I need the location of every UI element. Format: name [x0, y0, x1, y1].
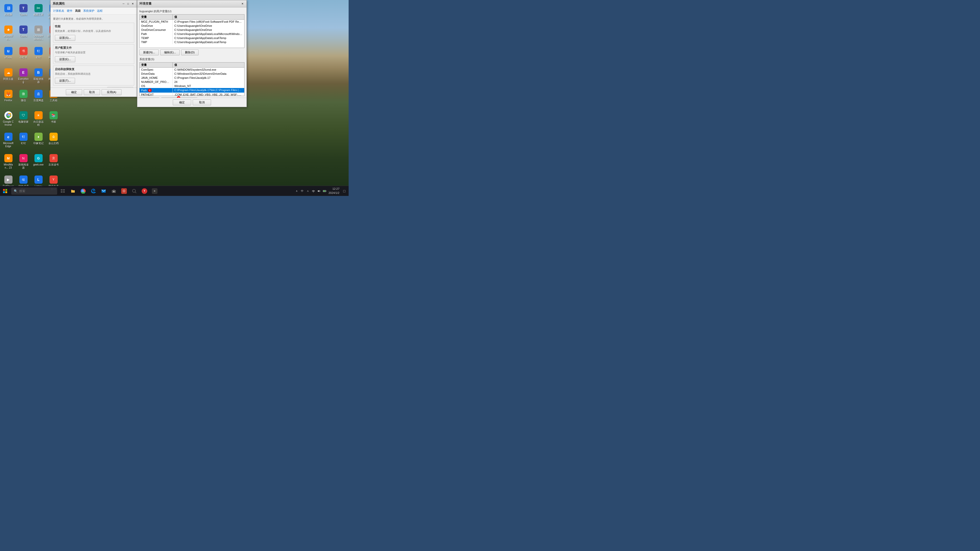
tray-volume-icon[interactable] — [317, 189, 321, 193]
user-var-row-path[interactable]: Path C:\Users\liuguanglei\AppData\Local\… — [140, 32, 244, 36]
envvar-footer: 确定 取消 — [137, 98, 247, 107]
sysprop-maximize-button[interactable]: □ — [126, 2, 130, 6]
desktop-icon-typora[interactable]: T Typora — [16, 3, 30, 23]
sysprop-window: 系统属性 ─ □ ✕ 计算机名 硬件 高级 系统保护 远程 要进行大多数更改，你… — [50, 0, 137, 97]
tray-chevron-icon[interactable]: ∧ — [294, 189, 299, 193]
sys-var-row-driverdata[interactable]: DriverData C:\Windows\System32\Drivers\D… — [140, 72, 244, 76]
desktop-icon-dingding2[interactable]: 钉 钉钉 — [16, 131, 30, 151]
taskbar-red-app-button[interactable]: O — [119, 186, 129, 196]
clock-time: 12:27 — [328, 187, 339, 191]
user-var-row-moz[interactable]: MOZ_PLUGIN_PATH C:\Program Files (x86)\F… — [140, 20, 244, 24]
taskbar-search2-button[interactable] — [130, 186, 139, 196]
desktop-icon-edge[interactable]: e Microsoft Edge — [1, 131, 15, 151]
taskbar-filemanager-button[interactable] — [68, 186, 78, 196]
desktop: 🖥 此电脑 T Typora ✂ 截图工具 VS Visual Studio C… — [0, 0, 348, 196]
sysprop-minimize-button[interactable]: ─ — [121, 2, 126, 6]
sysprop-nav-advanced[interactable]: 高级 — [75, 9, 81, 13]
sysprop-nav-computer[interactable]: 计算机名 — [53, 9, 64, 13]
user-vars-body[interactable]: MOZ_PLUGIN_PATH C:\Program Files (x86)\F… — [140, 20, 244, 48]
taskbar-edge-button[interactable] — [89, 186, 98, 196]
user-var-row-tmp[interactable]: TMP C:\Users\liuguanglei\AppData\Local\T… — [140, 40, 244, 44]
taskbar-youdao-button[interactable]: Y — [140, 186, 149, 196]
performance-desc: 视觉效果，处理器计划，内存使用，以及虚拟内存 — [55, 29, 132, 33]
sysprop-nav-protection[interactable]: 系统保护 — [83, 9, 94, 13]
desktop-icon-sunflower[interactable]: ☀ 向日葵远程 — [32, 110, 45, 130]
svg-rect-13 — [71, 191, 75, 192]
taskbar-clock[interactable]: 12:27 2024/1/2 — [328, 187, 339, 195]
desktop-icon-evernote[interactable]: ♦ 印象笔记 — [32, 131, 45, 151]
sysprop-title-bar[interactable]: 系统属性 ─ □ ✕ — [51, 0, 137, 7]
desktop-icon-utools[interactable]: u uTools — [1, 45, 15, 66]
sys-var-row-comspec[interactable]: ComSpec C:\WINDOWS\system32\cmd.exe — [140, 68, 244, 72]
desktop-icon-anewworld[interactable]: ★ aNewWo... — [1, 24, 15, 44]
sys-var-row-num-processors[interactable]: NUMBER_OF_PROCESSORS 24 — [140, 80, 244, 84]
sys-vars-body[interactable]: ComSpec C:\WINDOWS\system32\cmd.exe Driv… — [140, 68, 244, 96]
desktop-icon-xiaohongshu[interactable]: 书 小红书 — [16, 45, 30, 66]
user-var-row-onedrive[interactable]: OneDrive C:\Users\liuguanglei\OneDrive — [140, 24, 244, 28]
user-profiles-desc: 与登录帐户相关的桌面设置 — [55, 51, 132, 54]
svg-rect-12 — [63, 191, 65, 192]
taskbar-mail-button[interactable] — [99, 186, 108, 196]
desktop-icon-browser[interactable]: B 双核浏览器 — [32, 67, 45, 87]
desktop-icon-geek[interactable]: G geek.exe — [32, 152, 45, 173]
desktop-icon-firefox[interactable]: 🦊 Firefox — [1, 88, 15, 109]
sysprop-close-button[interactable]: ✕ — [130, 2, 135, 6]
desktop-icon-chrome[interactable]: Google Chrome — [1, 110, 15, 130]
envvar-close-button[interactable]: ✕ — [240, 2, 245, 6]
sysprop-cancel-button[interactable]: 取消 — [84, 89, 100, 95]
desktop-icon-aliyunpan[interactable]: ☁ 阿里云盘 — [1, 67, 15, 87]
desktop-icon-label: 阿里云盘 — [3, 78, 14, 81]
envvar-title-bar[interactable]: 环境变量 ✕ — [137, 0, 247, 7]
user-var-row-onedrive-consumer[interactable]: OneDriveConsumer C:\Users\liuguanglei\On… — [140, 28, 244, 32]
desktop-icon-dingding[interactable]: 钉 钉钉 — [32, 45, 45, 66]
taskbar-camera-button[interactable] — [109, 186, 118, 196]
taskbar-search[interactable]: 🔍 — [11, 187, 57, 195]
sysprop-nav-hardware[interactable]: 硬件 — [67, 9, 73, 13]
desktop-icon-label: 小红书 — [20, 56, 27, 59]
search-input[interactable] — [19, 189, 52, 193]
sys-var-row-pathext[interactable]: PATHEXT .COM;.EXE;.BAT;.CMD;.VBS;.VBE;.J… — [140, 93, 244, 96]
tray-notification-icon[interactable]: □ — [342, 189, 347, 193]
desktop-icon-pc-manager[interactable]: 🛡 电脑管家 — [16, 110, 30, 130]
taskbar-chrome-button[interactable] — [79, 186, 88, 196]
desktop-icon-typora2[interactable]: T Typora — [16, 24, 30, 44]
startup-settings-button[interactable]: 设置(T)... — [55, 78, 75, 84]
taskbar-taskview-button[interactable] — [58, 186, 67, 196]
sys-var-row-java-home[interactable]: JAVA_HOME C:\Program Files\Java\jdk-17 — [140, 76, 244, 80]
sysprop-nav-remote[interactable]: 远程 — [97, 9, 103, 13]
desktop-icon-mindman[interactable]: M MindMan... 23 — [1, 152, 15, 173]
sys-var-value-path: C:\Program Files\Java\jdk-17\bin;C:\Prog… — [173, 88, 244, 93]
desktop-icon-bookmarks[interactable]: 📚 书签 — [46, 110, 60, 130]
user-new-button[interactable]: 新建(N)... — [139, 49, 159, 56]
tray-input-icon[interactable]: 中 — [300, 189, 304, 193]
tray-wifi-icon[interactable] — [311, 189, 316, 193]
user-delete-button[interactable]: 删除(D) — [181, 49, 198, 56]
desktop-icon-wechat[interactable]: 微 微信 — [16, 88, 30, 109]
desktop-icon-label: Typora — [19, 35, 27, 38]
desktop-icon-everything[interactable]: E Everything — [16, 67, 30, 87]
tray-language-icon[interactable]: A — [305, 189, 310, 193]
desktop-icon-jd-books[interactable]: 京 京东读书 — [46, 152, 60, 173]
desktop-icon-news[interactable]: N 新闻阅读器 — [16, 152, 30, 173]
user-var-row-temp[interactable]: TEMP C:\Users\liuguanglei\AppData\Local\… — [140, 36, 244, 40]
start-button[interactable] — [0, 186, 10, 196]
desktop-icon-baidu-pan[interactable]: 盘 百度网盘 — [32, 88, 45, 109]
sys-var-row-path[interactable]: Path 1 C:\Program Files\Java\jdk-17\bin;… — [140, 88, 244, 93]
sys-vars-header: 变量 值 — [140, 62, 244, 68]
performance-settings-button[interactable]: 设置(S)... — [55, 35, 75, 41]
desktop-icon-jinshan-docs[interactable]: 金 金山文档 — [46, 131, 60, 151]
sysprop-title-text: 系统属性 — [52, 2, 65, 6]
desktop-icon-vmware[interactable]: ⊞ VMware Works... — [32, 24, 45, 44]
desktop-icon-label: 钉钉 — [21, 142, 26, 145]
envvar-ok-button[interactable]: 确定 — [173, 100, 191, 105]
sys-var-row-os[interactable]: OS Windows_NT — [140, 84, 244, 88]
sysprop-apply-button[interactable]: 应用(A) — [102, 89, 122, 95]
user-profiles-settings-button[interactable]: 设置(E)... — [55, 56, 75, 62]
user-edit-button[interactable]: 编辑(E)... — [160, 49, 180, 56]
taskbar-extra-button[interactable]: ≡ — [150, 186, 159, 196]
desktop-icon-computer[interactable]: 🖥 此电脑 — [1, 3, 15, 23]
desktop-icon-screenshot[interactable]: ✂ 截图工具 — [32, 3, 45, 23]
envvar-cancel-button[interactable]: 取消 — [192, 100, 211, 105]
sysprop-ok-button[interactable]: 确定 — [66, 89, 82, 95]
tray-battery-icon[interactable] — [322, 189, 327, 193]
